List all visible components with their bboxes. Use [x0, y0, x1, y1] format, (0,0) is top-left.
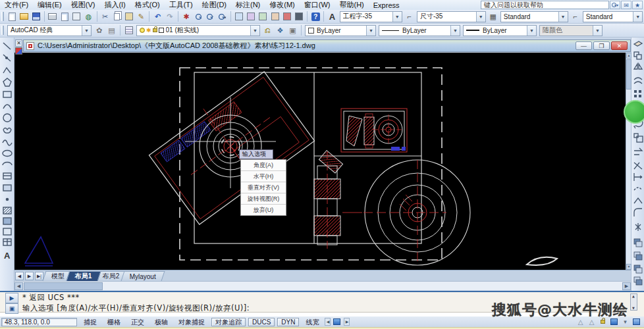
- favorites-icon[interactable]: ★: [632, 1, 643, 9]
- tab-mylayout[interactable]: Mylayout: [121, 271, 165, 281]
- otrack-toggle[interactable]: 对象追踪: [211, 318, 246, 326]
- menu-option-horizontal[interactable]: 水平(H): [241, 171, 286, 182]
- menu-option-vertical-align[interactable]: 垂直对齐(V): [241, 182, 286, 193]
- menu-format[interactable]: 格式(O): [130, 0, 165, 10]
- cut-icon[interactable]: ✂: [100, 11, 111, 22]
- tab-layout1[interactable]: 布局1: [67, 271, 101, 281]
- undo-icon[interactable]: ↶: [152, 11, 163, 22]
- new-icon[interactable]: [7, 11, 17, 22]
- dyn-toggle[interactable]: DYN: [277, 318, 299, 326]
- color-combo[interactable]: ByLayer▼: [305, 25, 376, 36]
- scroll-down-icon[interactable]: ▼: [626, 264, 631, 270]
- make-block-icon: [3, 185, 11, 191]
- lineweight-combo[interactable]: ByLayer▼: [463, 25, 537, 36]
- zoom-realtime-icon[interactable]: [193, 11, 203, 22]
- restore-button[interactable]: ❐: [593, 41, 610, 50]
- plot-preview-icon[interactable]: [59, 11, 70, 22]
- paste-icon[interactable]: [124, 11, 134, 22]
- workspace-settings-icon[interactable]: ✿: [94, 25, 105, 36]
- ortho-toggle[interactable]: 正交: [127, 318, 148, 326]
- minimize-button[interactable]: —: [576, 41, 592, 50]
- tab-nav-prev-icon[interactable]: ▶: [25, 272, 34, 280]
- plot-icon[interactable]: [47, 11, 58, 22]
- command-scroll-spinner[interactable]: [630, 293, 637, 311]
- toolbar-grip[interactable]: [1, 12, 4, 21]
- menu-edit[interactable]: 编辑(E): [33, 0, 67, 10]
- menu-option-rotate-view[interactable]: 旋转视图(R): [241, 193, 286, 205]
- clean-screen-icon[interactable]: [631, 318, 641, 326]
- horizontal-scroll-thumb[interactable]: [24, 282, 103, 290]
- designcenter-icon[interactable]: [246, 11, 256, 22]
- sheetset-manager-icon[interactable]: [269, 11, 280, 22]
- scroll-up-icon[interactable]: ▲: [626, 53, 631, 59]
- linetype-combo[interactable]: ByLayer▼: [379, 25, 460, 36]
- publish-icon[interactable]: [71, 11, 82, 22]
- layer-isolate-icon[interactable]: ▣: [287, 25, 298, 36]
- communication-center-icon[interactable]: ✉: [621, 1, 631, 9]
- model-paper-toggle-icon[interactable]: [332, 318, 342, 326]
- open-icon[interactable]: [18, 11, 29, 22]
- polar-toggle[interactable]: 极轴: [151, 318, 172, 326]
- status-right-arrow-icon[interactable]: ▶: [344, 318, 350, 326]
- menu-tools[interactable]: 工具(T): [165, 0, 198, 10]
- mini-toolbar-icon-2[interactable]: ▣: [5, 303, 18, 314]
- menu-express[interactable]: Express: [369, 1, 404, 9]
- layer-previous-icon[interactable]: ⎌: [262, 25, 273, 36]
- plot-style-combo[interactable]: 随颜色▼: [539, 25, 603, 36]
- redo-icon[interactable]: ↷: [165, 11, 175, 22]
- horizontal-scrollbar[interactable]: ◀ ▶: [14, 281, 631, 290]
- workspace-combo[interactable]: AutoCAD 经典▼: [7, 25, 92, 36]
- menu-draw[interactable]: 绘图(D): [198, 0, 231, 10]
- search-icon[interactable]: ▾: [610, 1, 620, 9]
- osnap-toggle[interactable]: 对象捕捉: [174, 318, 209, 326]
- toolbar-close-icon[interactable]: ✕: [15, 39, 22, 47]
- menu-modify[interactable]: 修改(M): [265, 0, 300, 10]
- ducs-toggle[interactable]: DUCS: [248, 318, 275, 326]
- pan-icon[interactable]: ✱: [181, 11, 192, 22]
- help-icon[interactable]: ?: [310, 11, 321, 22]
- quickcalc-icon[interactable]: [294, 11, 304, 22]
- tab-nav-first-icon[interactable]: ◀: [15, 272, 24, 280]
- help-search-input[interactable]: 键入问题以获取帮助: [481, 1, 609, 9]
- menu-dimension[interactable]: 标注(N): [231, 0, 265, 10]
- my-workspace-icon[interactable]: ▤: [106, 25, 117, 36]
- table-style-combo[interactable]: Standard▼: [500, 11, 568, 22]
- match-properties-icon[interactable]: ✎: [136, 11, 146, 22]
- properties-icon[interactable]: [234, 11, 244, 22]
- snap-toggle[interactable]: 捕捉: [80, 318, 101, 326]
- scroll-right-icon[interactable]: ▶: [622, 282, 631, 290]
- mleader-style-combo[interactable]: Standard▼: [583, 11, 643, 22]
- text-style-combo[interactable]: 工程字-35▼: [340, 11, 402, 22]
- copy-icon[interactable]: [112, 11, 122, 22]
- dim-style-combo[interactable]: 尺寸-35▼: [417, 11, 486, 22]
- drawing-canvas[interactable]: 输入选项 角度(A) 水平(H) 垂直对齐(V) 旋转视图(R) 放弃(U): [14, 53, 626, 270]
- mini-toolbar-icon-1[interactable]: ▶: [5, 293, 18, 303]
- menu-window[interactable]: 窗口(W): [300, 0, 335, 10]
- lineweight-toggle[interactable]: 线宽: [302, 318, 323, 326]
- vertical-scroll-thumb[interactable]: [626, 59, 631, 89]
- command-window[interactable]: ▶ ▣ * 返回 UCS *** 输入选项 [角度(A)/水平(H)/垂直对齐(…: [0, 291, 644, 316]
- menu-help[interactable]: 帮助(H): [335, 0, 369, 10]
- menu-option-angle[interactable]: 角度(A): [241, 160, 286, 171]
- web-icon[interactable]: ◍: [83, 11, 94, 22]
- zoom-previous-icon[interactable]: ◂: [217, 11, 228, 22]
- document-titlebar[interactable]: C:\Users\Administrator\Desktop\《中文版AutoC…: [23, 39, 631, 52]
- menu-file[interactable]: 文件(F): [0, 0, 33, 10]
- menu-option-undo[interactable]: 放弃(U): [241, 205, 286, 215]
- zoom-window-icon[interactable]: ▫: [205, 11, 215, 22]
- toolbar-grip[interactable]: [1, 26, 4, 35]
- tool-palettes-icon[interactable]: [257, 11, 268, 22]
- grid-toggle[interactable]: 栅格: [103, 318, 124, 326]
- menu-view[interactable]: 视图(V): [67, 0, 100, 10]
- tab-nav-last-icon[interactable]: ▶|: [35, 272, 43, 280]
- vertical-scrollbar[interactable]: ▲ ▼: [626, 53, 631, 270]
- status-left-arrow-icon[interactable]: ◀: [325, 318, 331, 326]
- layer-combo[interactable]: ✱ 01 (粗实线)▼: [136, 25, 260, 36]
- markup-icon[interactable]: [282, 11, 292, 22]
- scroll-left-icon[interactable]: ◀: [14, 282, 23, 290]
- menu-insert[interactable]: 插入(I): [99, 0, 130, 10]
- layer-states-icon[interactable]: ❖: [275, 25, 286, 36]
- layer-manager-icon[interactable]: [123, 25, 134, 36]
- close-button[interactable]: ✕: [611, 41, 628, 50]
- save-icon[interactable]: [30, 11, 41, 22]
